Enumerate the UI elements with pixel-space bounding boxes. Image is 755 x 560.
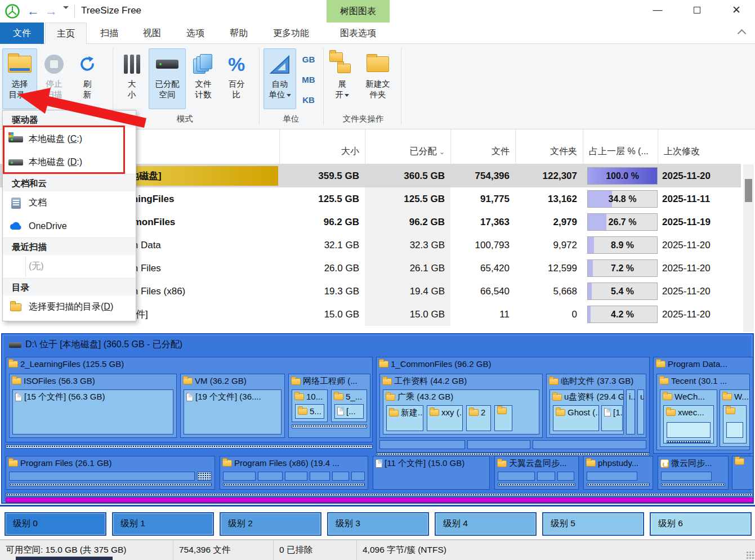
level-button-5[interactable]: 级别 5 [542, 512, 644, 536]
level-button-0[interactable]: 级别 0 [5, 512, 106, 536]
tab-图表选项[interactable]: 图表选项 [327, 23, 390, 44]
unit-gb-button[interactable]: GB [297, 51, 320, 69]
treemap-block-label: WeCh... [660, 390, 717, 403]
treemap-block-label: Program Data... [654, 357, 753, 370]
tab-选项[interactable]: 选项 [175, 23, 216, 44]
refresh-button[interactable]: 刷 新 [71, 48, 104, 109]
treemap-block-label [723, 406, 746, 416]
cell-modified: 2025-11-11 [658, 187, 741, 210]
forward-arrow-icon[interactable]: → [45, 4, 57, 19]
menu-item-OneDrive[interactable]: OneDrive [3, 214, 136, 238]
annotation-red-rectangle [3, 126, 125, 174]
treemap-block [332, 472, 349, 481]
column-header-files[interactable]: 文件 [450, 129, 515, 164]
tab-帮助[interactable]: 帮助 [218, 23, 259, 44]
tab-主页[interactable]: 主页 [45, 23, 87, 44]
cell-folders: 0 [515, 303, 583, 326]
unit-mb-button[interactable]: MB [297, 71, 320, 89]
level-button-3[interactable]: 级别 3 [327, 512, 429, 536]
column-header-allocated[interactable]: 已分配 ⌄ [365, 129, 450, 164]
folder-icon [497, 407, 507, 414]
treemap-block-i...[interactable]: i... [626, 389, 635, 434]
scrollbar-thumb[interactable] [745, 179, 752, 202]
treemap-block [533, 440, 646, 449]
cell-files: 91,775 [450, 187, 515, 210]
level-button-2[interactable]: 级别 2 [220, 512, 321, 536]
mode-filecount-button[interactable]: 文件 计数 [188, 48, 218, 109]
tab-扫描[interactable]: 扫描 [89, 23, 129, 44]
treemap-block-label: xwec... [664, 406, 713, 419]
tab-更多功能[interactable]: 更多功能 [260, 23, 322, 44]
mode-percent-button[interactable]: % 百分 比 [221, 48, 252, 109]
treemap-block-u[interactable]: u [637, 389, 644, 434]
cell-size: 32.1 GB [279, 234, 365, 257]
cell-alloc: 32.3 GB [365, 234, 450, 257]
treemap-block-label: Program Files (x86) (19.4 ... [220, 456, 368, 469]
treemap-block-xxy (...[interactable]: xxy (... [427, 405, 463, 431]
close-button[interactable]: ✕ [723, 0, 749, 20]
column-header-size[interactable]: 大小 [279, 129, 365, 164]
tab-视图[interactable]: 视图 [132, 23, 172, 44]
treemap-block-2[interactable]: 2 [466, 405, 491, 431]
folder-icon [586, 460, 596, 467]
folder-icon [659, 378, 669, 384]
level-button-1[interactable]: 级别 1 [112, 512, 214, 536]
treemap-block[interactable] [732, 456, 753, 490]
unit-kb-button[interactable]: KB [297, 91, 320, 109]
treemap-small-files-strip [661, 483, 725, 486]
treemap-small-files-strip [6, 493, 753, 496]
new-folder-button[interactable]: 新建文 件夹 [359, 48, 396, 109]
treemap-block-label: 新建... [387, 406, 423, 420]
tab-文件[interactable]: 文件 [0, 23, 44, 44]
cell-size: 96.2 GB [279, 210, 365, 234]
treemap-block[interactable] [726, 422, 743, 438]
column-header-folders[interactable]: 文件夹 [515, 129, 583, 164]
resize-grip-icon[interactable] [746, 551, 754, 559]
ribbon-tab-bar: 文件主页扫描视图选项帮助更多功能图表选项 [0, 23, 755, 44]
select-directory-button[interactable]: 选择 目录 [2, 48, 37, 109]
treemap-block[interactable] [494, 405, 512, 431]
column-header-percent[interactable]: 占上一层 % (... [583, 129, 658, 164]
cell-size: 15.0 GB [279, 303, 365, 326]
minimize-button[interactable]: — [645, 0, 671, 20]
quick-access-customize-icon[interactable] [63, 9, 69, 19]
maximize-button[interactable] [684, 0, 710, 20]
status-cell-3: 4,096 字节/簇 (NTFS) [357, 540, 755, 560]
back-arrow-icon[interactable]: ← [27, 4, 39, 19]
treemap-block-label: [... [335, 405, 363, 418]
treemap-block-[19 个文件] (36....[interactable]: [19 个文件] (36.... [184, 389, 282, 434]
app-logo-icon [5, 3, 20, 19]
expand-button[interactable]: 展 开 [328, 48, 357, 109]
treemap-block-label: phpstudy... [584, 456, 653, 469]
treemap-block-[15 个文件] (56.3 GB)[interactable]: [15 个文件] (56.3 GB) [12, 389, 173, 434]
folder-icon [497, 460, 507, 467]
treemap-block-label: 临时文件 (37.3 GB) [547, 374, 646, 388]
title-bar: ← → TreeSize Free 树图图表 — ✕ [0, 0, 755, 23]
menu-item-选择要扫描的目录(D)[interactable]: 选择要扫描的目录(D) [3, 295, 136, 319]
table-scrollbar[interactable] [743, 164, 754, 332]
treesize-window: ← → TreeSize Free 树图图表 — ✕ 文件主页扫描视图选项帮助更… [0, 0, 755, 560]
mode-allocated-button[interactable]: 已分配 空间 [149, 48, 186, 109]
auto-units-button[interactable]: 自动 单位 [263, 48, 296, 109]
treemap-block-label: [19 个文件] (36.... [184, 390, 281, 404]
menu-item-文档[interactable]: 文档 [3, 191, 136, 214]
treemap-block-5...[interactable]: 5... [295, 404, 324, 419]
treemap-block-新建...[interactable]: 新建... [386, 405, 423, 431]
treemap-block-Ghost (...[interactable]: Ghost (... [553, 405, 599, 431]
mode-size-button[interactable]: 大 小 [117, 48, 146, 109]
level-button-6[interactable]: 级别 6 [650, 512, 752, 536]
treemap-block-[1...[interactable]: [1... [601, 405, 623, 431]
cell-percent: 8.9 % [583, 234, 658, 257]
folder-icon [222, 460, 232, 467]
treemap-block-[11 个文件] (15.0 GB)[interactable]: [11 个文件] (15.0 GB) [373, 456, 490, 490]
folder-icon [469, 409, 479, 416]
treemap-block [587, 472, 637, 481]
cell-folders: 2,979 [515, 210, 583, 234]
column-header-modified[interactable]: 上次修改 [658, 129, 741, 164]
cell-files: 17,363 [450, 210, 515, 234]
menu-item-label: 文档 [29, 197, 47, 209]
cell-modified: 2025-11-20 [658, 280, 741, 303]
treemap-block[interactable] [667, 422, 711, 438]
level-button-4[interactable]: 级别 4 [435, 512, 537, 536]
treemap-block-[...[interactable]: [... [334, 404, 364, 419]
